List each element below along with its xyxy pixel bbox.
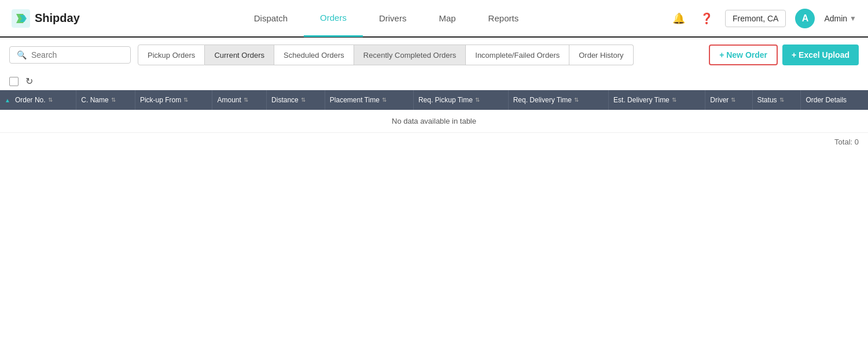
sort-icon-req-delivery-time: ⇅ <box>574 97 579 103</box>
col-status[interactable]: Status ⇅ <box>752 90 801 110</box>
help-icon[interactable]: ❓ <box>697 9 716 28</box>
sort-icon-amount: ⇅ <box>244 97 248 103</box>
no-data-message: No data available in table <box>0 110 868 133</box>
app-name: Shipday <box>35 12 80 25</box>
search-icon: 🔍 <box>17 50 27 60</box>
sort-icon-req-pickup-time: ⇅ <box>475 97 480 103</box>
nav-links: Dispatch Orders Drivers Map Reports <box>103 0 670 37</box>
total-row: Total: 0 <box>0 133 868 151</box>
sort-icon-order-no: ⇅ <box>48 97 53 103</box>
col-placement-time[interactable]: Placement Time ⇅ <box>325 90 413 110</box>
toolbar: 🔍 Pickup Orders Current Orders Scheduled… <box>0 38 868 72</box>
sort-icon-est-delivery-time: ⇅ <box>672 97 676 103</box>
nav-drivers[interactable]: Drivers <box>363 0 423 37</box>
sort-icon-c-name: ⇅ <box>111 97 116 103</box>
action-buttons: + New Order + Excel Upload <box>709 45 859 65</box>
nav-map[interactable]: Map <box>422 0 472 37</box>
tab-pickup-orders[interactable]: Pickup Orders <box>138 45 205 65</box>
sort-icon-distance: ⇅ <box>301 97 306 103</box>
location-button[interactable]: Fremont, CA <box>725 10 786 27</box>
sort-icon-pickup-from: ⇅ <box>183 97 188 103</box>
tab-order-history[interactable]: Order History <box>569 45 633 65</box>
avatar: A <box>795 9 815 28</box>
secondary-toolbar: ↻ <box>0 72 868 90</box>
col-pickup-from[interactable]: Pick-up From ⇅ <box>135 90 212 110</box>
col-est-delivery-time[interactable]: Est. Delivery Time ⇅ <box>609 90 705 110</box>
navbar: Shipday Dispatch Orders Drivers Map Repo… <box>0 0 868 38</box>
select-all-checkbox[interactable] <box>9 77 19 86</box>
table-header: ▲ Order No. ⇅ C. Name ⇅ Pick-up From ⇅ <box>0 90 868 110</box>
col-driver[interactable]: Driver ⇅ <box>705 90 752 110</box>
chevron-down-icon: ▼ <box>849 14 856 23</box>
col-order-no[interactable]: ▲ Order No. ⇅ <box>0 90 76 110</box>
total-label: Total: 0 <box>834 138 859 146</box>
col-req-pickup-time[interactable]: Req. Pickup Time ⇅ <box>413 90 508 110</box>
tab-scheduled-orders[interactable]: Scheduled Orders <box>274 45 354 65</box>
tab-current-orders[interactable]: Current Orders <box>205 45 274 65</box>
nav-orders[interactable]: Orders <box>304 0 363 37</box>
nav-dispatch[interactable]: Dispatch <box>238 0 304 37</box>
refresh-button[interactable]: ↻ <box>25 76 33 87</box>
table-body: No data available in table <box>0 110 868 133</box>
orders-table: ▲ Order No. ⇅ C. Name ⇅ Pick-up From ⇅ <box>0 90 868 133</box>
nav-right: 🔔 ❓ Fremont, CA A Admin ▼ <box>670 9 856 28</box>
search-input[interactable] <box>31 50 118 60</box>
sort-indicator: ▲ <box>5 97 10 103</box>
col-c-name[interactable]: C. Name ⇅ <box>76 90 135 110</box>
tab-group: Pickup Orders Current Orders Scheduled O… <box>138 45 702 65</box>
admin-label[interactable]: Admin ▼ <box>824 14 856 23</box>
sort-icon-placement-time: ⇅ <box>382 97 387 103</box>
col-amount[interactable]: Amount ⇅ <box>212 90 267 110</box>
logo-area[interactable]: Shipday <box>12 9 80 28</box>
table-wrapper: ▲ Order No. ⇅ C. Name ⇅ Pick-up From ⇅ <box>0 90 868 133</box>
col-distance[interactable]: Distance ⇅ <box>267 90 325 110</box>
sort-icon-status: ⇅ <box>779 97 784 103</box>
nav-reports[interactable]: Reports <box>472 0 535 37</box>
tab-incomplete-failed[interactable]: Incomplete/Failed Orders <box>466 45 569 65</box>
col-req-delivery-time[interactable]: Req. Delivery Time ⇅ <box>508 90 608 110</box>
sort-icon-driver: ⇅ <box>731 97 735 103</box>
tab-recently-completed[interactable]: Recently Completed Orders <box>354 45 466 65</box>
shipday-logo-icon <box>12 9 30 28</box>
bell-icon[interactable]: 🔔 <box>670 9 688 28</box>
excel-upload-button[interactable]: + Excel Upload <box>782 45 859 65</box>
new-order-button[interactable]: + New Order <box>709 45 778 65</box>
no-data-row: No data available in table <box>0 110 868 133</box>
col-order-details: Order Details <box>801 90 868 110</box>
search-box[interactable]: 🔍 <box>9 46 131 64</box>
